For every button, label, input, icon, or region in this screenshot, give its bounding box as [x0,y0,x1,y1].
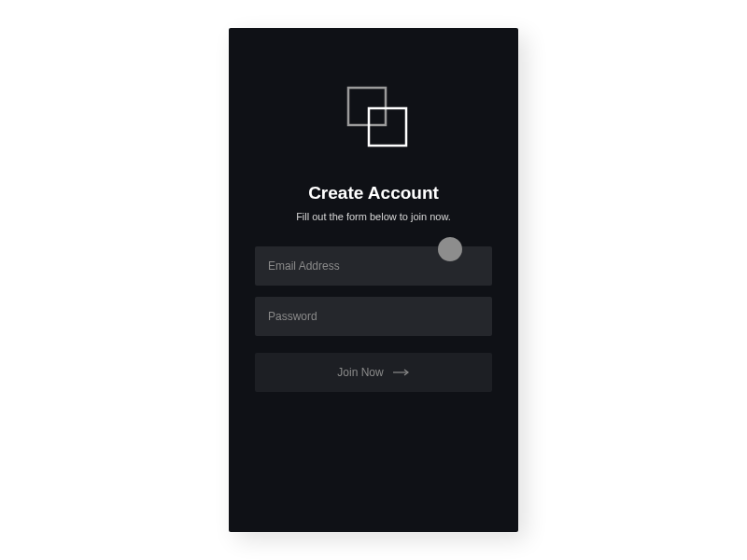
page-subtitle: Fill out the form below to join now. [296,211,451,222]
svg-rect-1 [369,108,406,146]
app-logo-icon [337,84,410,149]
signup-screen: Create Account Fill out the form below t… [229,28,518,532]
svg-rect-0 [348,88,386,125]
page-title: Create Account [308,183,439,203]
arrow-right-icon [393,369,410,376]
join-now-button[interactable]: Join Now [255,353,492,392]
email-field[interactable] [255,246,492,286]
signup-form: Join Now [255,246,492,392]
password-field[interactable] [255,297,492,336]
join-now-label: Join Now [337,366,383,379]
